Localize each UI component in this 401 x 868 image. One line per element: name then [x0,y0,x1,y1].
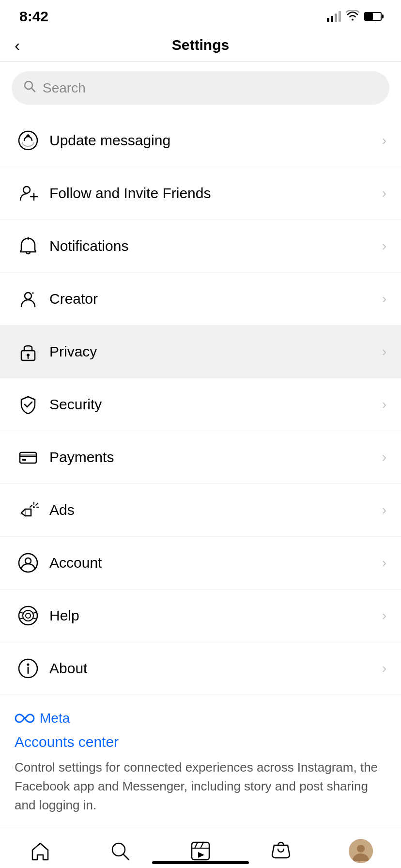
svg-rect-13 [22,459,26,461]
meta-logo: Meta [15,711,386,726]
payments-icon [15,444,42,471]
status-time: 8:42 [19,8,48,25]
settings-item-payments[interactable]: Payments › [0,431,401,484]
follow-icon [15,180,42,207]
svg-point-31 [27,664,30,666]
chevron-icon: › [382,397,386,412]
privacy-label: Privacy [49,343,377,360]
notifications-label: Notifications [49,238,377,254]
follow-invite-label: Follow and Invite Friends [49,185,377,202]
chevron-icon: › [382,502,386,518]
chevron-icon: › [382,186,386,201]
svg-line-25 [19,612,23,613]
settings-item-privacy[interactable]: Privacy › [0,326,401,378]
settings-item-help[interactable]: Help › [0,589,401,642]
svg-line-36 [195,842,198,848]
meta-infinity-icon [15,712,35,725]
svg-line-16 [30,505,32,507]
svg-rect-34 [192,842,209,860]
svg-line-28 [33,618,37,619]
meta-description: Control settings for connected experienc… [15,758,386,815]
settings-item-security[interactable]: Security › [0,378,401,431]
nav-item-home[interactable] [28,839,52,863]
help-label: Help [49,607,377,624]
messaging-icon [15,127,42,154]
ads-icon [15,496,42,524]
nav-item-shop[interactable] [269,839,293,863]
search-icon [23,80,36,96]
svg-point-15 [33,506,35,508]
chevron-icon: › [382,291,386,307]
ads-label: Ads [49,502,377,518]
nav-item-search[interactable] [108,839,132,863]
back-button[interactable]: ‹ [15,36,20,55]
home-indicator [152,861,249,864]
accounts-center-link[interactable]: Accounts center [15,734,386,750]
home-nav-icon [28,839,52,863]
settings-item-about[interactable]: About › [0,642,401,695]
meta-logo-text: Meta [40,711,70,726]
svg-point-2 [19,131,37,150]
status-bar: 8:42 [0,0,401,29]
svg-point-32 [112,843,125,856]
about-label: About [49,660,377,677]
security-icon [15,391,42,418]
svg-point-3 [23,186,30,193]
chevron-icon: › [382,661,386,676]
svg-line-26 [19,618,23,619]
chevron-icon: › [382,133,386,148]
svg-point-23 [23,610,33,621]
settings-item-follow-invite[interactable]: Follow and Invite Friends › [0,167,401,220]
chevron-icon: › [382,344,386,359]
creator-label: Creator [49,291,377,307]
svg-point-24 [26,613,31,618]
header: ‹ Settings [0,29,401,62]
svg-point-21 [25,558,31,564]
svg-line-33 [123,854,129,860]
shop-nav-icon [269,839,293,863]
chevron-icon: › [382,238,386,254]
reels-nav-icon [188,839,213,863]
settings-list: Update messaging › Follow and Invite Fri… [0,114,401,695]
search-placeholder: Search [43,80,86,96]
status-icons [327,10,382,23]
svg-line-18 [36,503,38,505]
account-label: Account [49,555,377,571]
wifi-icon [346,10,359,23]
settings-item-creator[interactable]: Creator › [0,273,401,326]
creator-icon [15,285,42,312]
chevron-icon: › [382,608,386,623]
search-bar[interactable]: Search [12,71,389,105]
signal-icon [327,11,341,22]
chevron-icon: › [382,450,386,465]
lock-icon [15,338,42,365]
settings-item-account[interactable]: Account › [0,537,401,589]
search-container: Search [0,62,401,114]
account-icon [15,549,42,576]
svg-point-39 [357,845,365,852]
battery-icon [364,12,382,21]
payments-label: Payments [49,449,377,465]
svg-line-37 [200,842,203,848]
security-label: Security [49,396,377,413]
settings-item-notifications[interactable]: Notifications › [0,220,401,273]
svg-point-22 [19,606,37,625]
nav-item-profile[interactable] [349,839,373,863]
svg-point-7 [25,293,31,299]
settings-item-ads[interactable]: Ads › [0,484,401,537]
help-icon [15,602,42,629]
svg-line-1 [31,88,35,92]
search-nav-icon [108,839,132,863]
update-messaging-label: Update messaging [49,132,377,149]
svg-line-27 [33,612,37,613]
chevron-icon: › [382,555,386,571]
about-icon [15,655,42,682]
page-title: Settings [172,37,229,53]
bell-icon [15,232,42,260]
settings-item-update-messaging[interactable]: Update messaging › [0,114,401,167]
nav-item-reels[interactable] [188,839,213,863]
meta-section: Meta Accounts center Control settings fo… [0,695,401,826]
profile-avatar [349,839,373,863]
